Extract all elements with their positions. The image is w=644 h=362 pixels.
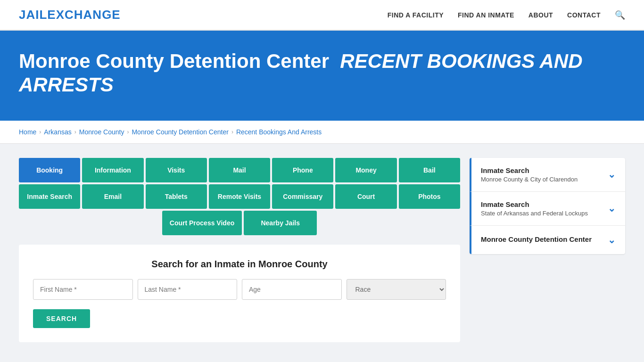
tab-photos[interactable]: Photos [399, 184, 460, 209]
tabs-row-2: Inmate Search Email Tablets Remote Visit… [19, 184, 460, 209]
tab-information[interactable]: Information [82, 158, 143, 182]
breadcrumb-sep-1: › [39, 129, 41, 135]
tab-mail[interactable]: Mail [209, 158, 270, 182]
tab-booking[interactable]: Booking [19, 158, 80, 182]
right-sidebar: Inmate Search Monroe County & City of Cl… [470, 158, 625, 342]
breadcrumb-arkansas[interactable]: Arkansas [44, 128, 71, 136]
last-name-input[interactable] [138, 279, 238, 300]
sidebar-item-sub-2: State of Arkansas and Federal Lockups [481, 210, 588, 217]
age-input[interactable] [242, 279, 342, 300]
breadcrumb-current: Recent Bookings And Arrests [236, 128, 322, 136]
nav-find-inmate[interactable]: FIND AN INMATE [458, 11, 514, 19]
sidebar-item-title-1: Inmate Search [481, 166, 578, 174]
hero-title: Monroe County Detention Center RECENT BO… [19, 49, 625, 97]
sidebar-item-content-1: Inmate Search Monroe County & City of Cl… [481, 166, 578, 183]
tab-money[interactable]: Money [335, 158, 396, 182]
breadcrumb-sep-4: › [231, 129, 233, 135]
nav-find-facility[interactable]: FIND A FACILITY [388, 11, 444, 19]
sidebar-item-content-2: Inmate Search State of Arkansas and Fede… [481, 200, 588, 217]
tab-court[interactable]: Court [335, 184, 396, 209]
tab-inmate-search[interactable]: Inmate Search [19, 184, 80, 209]
search-submit-button[interactable]: SEARCH [33, 309, 90, 328]
tab-court-process-video[interactable]: Court Process Video [162, 211, 242, 235]
breadcrumb-detention-center[interactable]: Monroe County Detention Center [132, 128, 228, 136]
logo-exchange: EXCHANGE [47, 8, 120, 22]
tab-bail[interactable]: Bail [399, 158, 460, 182]
sidebar-item-detention-center[interactable]: Monroe County Detention Center ⌄ [470, 226, 625, 254]
tab-remote-visits[interactable]: Remote Visits [209, 184, 270, 209]
header: JAILEXCHANGE FIND A FACILITY FIND AN INM… [0, 0, 644, 31]
hero-section: Monroe County Detention Center RECENT BO… [0, 31, 644, 121]
chevron-down-icon-1: ⌄ [608, 169, 616, 180]
logo[interactable]: JAILEXCHANGE [19, 8, 121, 22]
search-icon[interactable]: 🔍 [615, 10, 625, 20]
breadcrumb: Home › Arkansas › Monroe County › Monroe… [0, 121, 644, 144]
tabs-row-1: Booking Information Visits Mail Phone Mo… [19, 158, 460, 182]
tab-visits[interactable]: Visits [146, 158, 207, 182]
sidebar-item-title-2: Inmate Search [481, 200, 588, 208]
tab-commissary[interactable]: Commissary [272, 184, 333, 209]
tab-nearby-jails[interactable]: Nearby Jails [244, 211, 317, 235]
chevron-down-icon-2: ⌄ [608, 203, 616, 214]
main-content: Booking Information Visits Mail Phone Mo… [0, 144, 644, 356]
search-form-title: Search for an Inmate in Monroe County [33, 259, 446, 270]
search-fields: Race White Black Hispanic Asian Other [33, 279, 446, 300]
tab-email[interactable]: Email [82, 184, 143, 209]
sidebar-item-sub-1: Monroe County & City of Clarendon [481, 176, 578, 183]
breadcrumb-sep-2: › [74, 129, 76, 135]
main-nav: FIND A FACILITY FIND AN INMATE ABOUT CON… [388, 10, 625, 20]
sidebar-card: Inmate Search Monroe County & City of Cl… [470, 158, 625, 254]
breadcrumb-home[interactable]: Home [19, 128, 36, 136]
tabs-row-3: Court Process Video Nearby Jails [19, 211, 460, 235]
tab-tablets[interactable]: Tablets [146, 184, 207, 209]
left-column: Booking Information Visits Mail Phone Mo… [19, 158, 460, 342]
sidebar-item-content-3: Monroe County Detention Center [481, 235, 592, 245]
logo-jail: JAIL [19, 8, 47, 22]
sidebar-item-arkansas-federal-search[interactable]: Inmate Search State of Arkansas and Fede… [470, 192, 625, 226]
tab-phone[interactable]: Phone [272, 158, 333, 182]
race-select[interactable]: Race White Black Hispanic Asian Other [347, 279, 446, 300]
breadcrumb-sep-3: › [127, 129, 129, 135]
breadcrumb-monroe-county[interactable]: Monroe County [79, 128, 124, 136]
first-name-input[interactable] [33, 279, 133, 300]
sidebar-item-monroe-county-search[interactable]: Inmate Search Monroe County & City of Cl… [470, 158, 625, 192]
sidebar-item-title-3: Monroe County Detention Center [481, 235, 592, 243]
nav-contact[interactable]: CONTACT [567, 11, 601, 19]
hero-title-main: Monroe County Detention Center [19, 50, 329, 72]
nav-about[interactable]: ABOUT [528, 11, 553, 19]
chevron-down-icon-3: ⌄ [608, 234, 616, 246]
inmate-search-form: Search for an Inmate in Monroe County Ra… [19, 245, 460, 342]
